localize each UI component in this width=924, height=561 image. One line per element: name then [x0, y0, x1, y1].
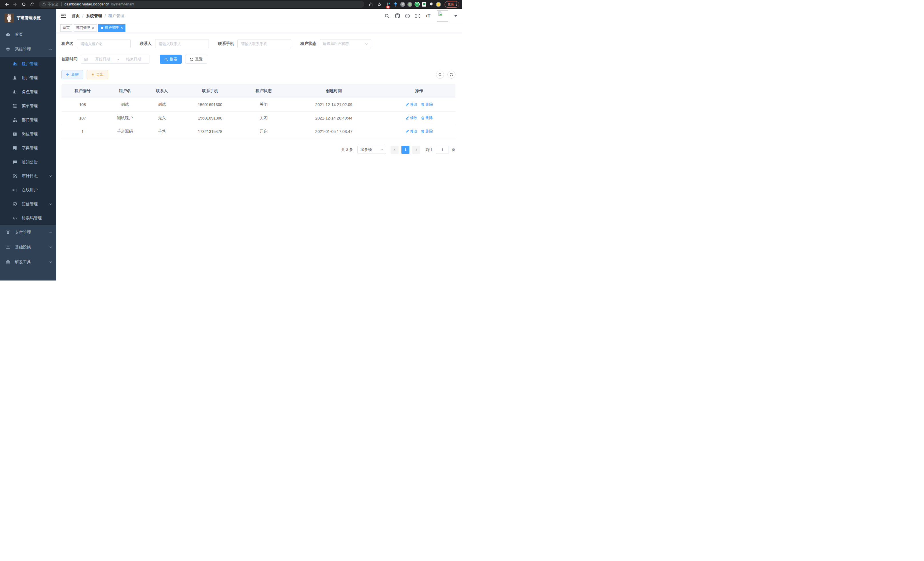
system-submenu: 租户管理用户管理角色管理菜单管理部门管理岗位管理字典管理通知公告审计日志在线用户…	[0, 57, 56, 225]
sidebar-item-岗位管理[interactable]: 岗位管理	[0, 127, 56, 141]
cell-actions: 修改删除	[383, 111, 455, 125]
date-start-placeholder: 开始日期	[90, 57, 115, 62]
browser-home-button[interactable]	[28, 1, 36, 8]
breadcrumb-system[interactable]: 系统管理	[86, 14, 102, 19]
header-search-icon[interactable]	[384, 13, 390, 19]
browser-forward-button[interactable]	[11, 1, 19, 8]
table-row: 1芋道源码芋艿17321315478开启2021-01-05 17:03:47修…	[62, 125, 455, 138]
reset-button[interactable]: 重置	[185, 55, 207, 64]
goto-page-input[interactable]	[436, 146, 449, 154]
sidebar-item-租户管理[interactable]: 租户管理	[0, 57, 56, 71]
sidebar-item-首页[interactable]: 首页	[0, 27, 56, 42]
extension-dot-icon[interactable]	[407, 2, 412, 7]
edit-link[interactable]: 修改	[405, 129, 417, 134]
error-code-icon	[13, 216, 17, 220]
cell-created: 2021-01-05 17:03:47	[285, 125, 383, 138]
sidebar-item-支付管理[interactable]: 支付管理	[0, 225, 56, 240]
share-icon[interactable]	[367, 1, 375, 8]
sidebar-item-label: 租户管理	[22, 62, 52, 67]
sidebar-item-用户管理[interactable]: 用户管理	[0, 71, 56, 85]
sidebar-item-短信管理[interactable]: 短信管理	[0, 197, 56, 211]
omnibox-divider	[62, 2, 62, 6]
mobile-input[interactable]	[237, 39, 291, 48]
close-icon[interactable]: ✕	[92, 26, 94, 30]
page-size-select[interactable]: 10条/页	[357, 146, 386, 154]
profile-emoji-avatar[interactable]	[436, 2, 441, 7]
sidebar-item-基础设施[interactable]: 基础设施	[0, 240, 56, 255]
extension-diamond-icon[interactable]: 10	[386, 2, 391, 7]
sidebar-menu: 首页系统管理租户管理用户管理角色管理菜单管理部门管理岗位管理字典管理通知公告审计…	[0, 27, 56, 270]
sidebar-item-label: 短信管理	[22, 202, 44, 207]
sidebar-item-错误码管理[interactable]: 错误码管理	[0, 211, 56, 225]
sidebar-item-部门管理[interactable]: 部门管理	[0, 113, 56, 127]
sidebar-item-角色管理[interactable]: 角色管理	[0, 85, 56, 99]
sidebar-item-字典管理[interactable]: 字典管理	[0, 141, 56, 155]
delete-link[interactable]: 删除	[421, 102, 433, 107]
delete-link[interactable]: 删除	[421, 115, 433, 120]
cell-status: 关闭	[243, 111, 285, 125]
export-button[interactable]: 导出	[87, 70, 108, 79]
search-button[interactable]: 搜索	[160, 55, 182, 64]
extensions-puzzle-icon[interactable]	[429, 2, 434, 7]
chevron-down-icon	[49, 231, 52, 234]
github-icon[interactable]	[394, 13, 400, 19]
status-select[interactable]: 请选择租户状态	[320, 39, 371, 48]
tab-首页[interactable]: 首页	[60, 24, 72, 32]
delete-link[interactable]: 删除	[421, 129, 433, 134]
next-page-button[interactable]	[412, 146, 420, 154]
contact-input[interactable]	[155, 39, 209, 48]
user-icon	[13, 76, 17, 80]
browser-reload-button[interactable]	[20, 1, 27, 8]
dict-book-icon	[13, 146, 17, 150]
edit-link[interactable]: 修改	[405, 115, 417, 120]
app-logo-row[interactable]: 芋道管理系统	[0, 9, 56, 27]
sidebar-item-系统管理[interactable]: 系统管理	[0, 42, 56, 57]
user-avatar-broken-image[interactable]	[437, 10, 448, 22]
cell-contact: 秃头	[146, 111, 178, 125]
sidebar-item-研发工具[interactable]: 研发工具	[0, 255, 56, 270]
url-host: dashboard.yudao.iocoder.cn	[64, 2, 110, 6]
page-number-1[interactable]: 1	[401, 146, 410, 154]
help-icon[interactable]	[404, 13, 411, 19]
sidebar-item-通知公告[interactable]: 通知公告	[0, 155, 56, 169]
security-label[interactable]: 不安全	[48, 2, 58, 7]
font-size-icon[interactable]: TT	[425, 13, 431, 19]
cell-created: 2021-12-14 20:49:44	[285, 111, 383, 125]
sidebar-item-审计日志[interactable]: 审计日志	[0, 169, 56, 183]
tab-租户管理[interactable]: 租户管理✕	[98, 24, 125, 32]
notice-bubble-icon	[13, 160, 17, 164]
cell-mobile: 15601691300	[178, 111, 242, 125]
sidebar-item-菜单管理[interactable]: 菜单管理	[0, 99, 56, 113]
tab-部门管理[interactable]: 部门管理✕	[74, 24, 97, 32]
browser-menu-kebab-icon[interactable]	[456, 3, 457, 6]
extension-command-icon[interactable]: ⌘	[400, 2, 405, 7]
column-header-联系人: 联系人	[146, 84, 178, 98]
edit-link[interactable]: 修改	[405, 102, 417, 107]
date-range-picker[interactable]: 开始日期 - 结束日期	[81, 55, 149, 64]
sidebar-item-在线用户[interactable]: 在线用户	[0, 183, 56, 197]
url-path: /system/tenant	[111, 2, 134, 6]
url-bar[interactable]: 不安全 dashboard.yudao.iocoder.cn/system/te…	[39, 1, 364, 8]
refresh-table-button[interactable]	[447, 71, 455, 79]
mobile-label: 联系手机	[218, 41, 234, 46]
extension-chat-icon[interactable]	[422, 2, 427, 7]
breadcrumb-home[interactable]: 首页	[72, 14, 80, 19]
prev-page-button[interactable]	[391, 146, 399, 154]
extension-kite-icon[interactable]	[393, 2, 398, 7]
fullscreen-icon[interactable]	[415, 13, 421, 19]
add-button[interactable]: 新增	[62, 70, 83, 79]
sidebar-item-label: 基础设施	[15, 245, 44, 250]
browser-back-button[interactable]	[3, 1, 10, 8]
sidebar-item-label: 菜单管理	[22, 104, 52, 109]
browser-update-button[interactable]: 更新	[445, 1, 459, 8]
bookmark-star-icon[interactable]	[376, 1, 383, 8]
sidebar: 芋道管理系统 首页系统管理租户管理用户管理角色管理菜单管理部门管理岗位管理字典管…	[0, 9, 56, 281]
close-icon[interactable]: ✕	[120, 26, 123, 30]
extension-y-icon[interactable]: Y	[415, 2, 420, 7]
avatar-caret-down-icon[interactable]	[454, 15, 458, 17]
sidebar-collapse-icon[interactable]	[61, 13, 67, 19]
tenant-name-input[interactable]	[77, 39, 130, 48]
sidebar-item-label: 研发工具	[15, 260, 44, 265]
tenant-name-label: 租户名	[62, 41, 74, 46]
toggle-search-button[interactable]	[436, 71, 444, 79]
